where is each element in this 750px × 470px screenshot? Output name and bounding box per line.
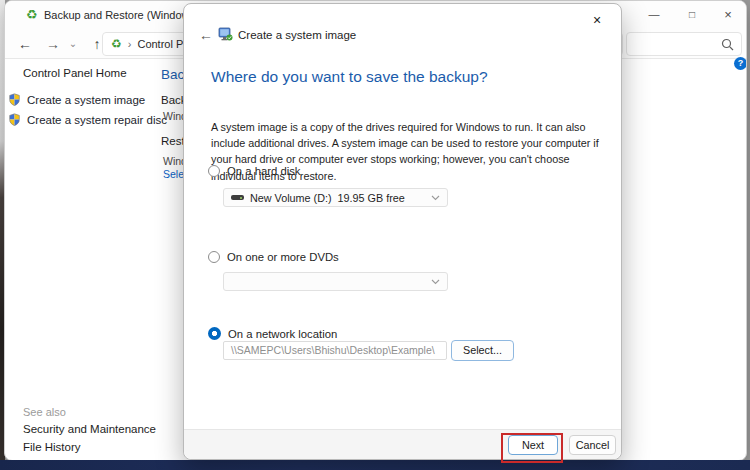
radio-on-one-or-more-dvds[interactable]: On one or more DVDs [208,251,339,263]
dialog-heading: Where do you want to save the backup? [211,68,488,86]
radio-label: On a network location [228,328,337,340]
sidebar-item-file-history[interactable]: File History [23,441,81,453]
see-also-heading: See also [23,406,66,418]
recent-pages-chevron-icon[interactable]: ⌄ [65,37,81,53]
cancel-button[interactable]: Cancel [569,435,616,455]
sidebar-item-label: Create a system repair disc [27,114,167,126]
sidebar-item-create-system-image[interactable]: Create a system image [8,93,145,106]
dvd-dropdown[interactable] [223,272,448,291]
screenshot-root: { "titlebar": { "title": "Backup and Res… [0,0,750,470]
hard-disk-dropdown[interactable]: New Volume (D:) 19.95 GB free [223,188,448,207]
radio-circle-selected-icon[interactable] [208,327,221,340]
sidebar-item-control-panel-home[interactable]: Control Panel Home [23,67,127,79]
network-path-input[interactable]: \\SAMEPC\Users\Bhishu\Desktop\Example\ [223,341,447,360]
radio-on-a-network-location[interactable]: On a network location [208,327,337,340]
search-icon [721,38,734,51]
hard-drive-icon [231,195,244,200]
sidebar-item-security-and-maintenance[interactable]: Security and Maintenance [23,423,156,435]
radio-on-a-hard-disk[interactable]: On a hard disk [208,165,300,177]
create-system-image-dialog: × ← Create a system image Where do you w… [183,3,622,460]
chevron-down-icon [431,279,440,285]
search-input[interactable] [626,32,742,56]
backup-restore-app-icon: ♻ [24,7,39,22]
forward-button[interactable]: → [41,33,65,55]
radio-circle-icon[interactable] [208,251,220,263]
chevron-down-icon [431,195,440,201]
red-highlight-annotation [501,433,563,463]
maximize-button[interactable]: □ [676,3,708,26]
system-image-icon [218,27,233,42]
sidebar-item-create-system-repair-disc[interactable]: Create a system repair disc [8,113,167,126]
sidebar-item-label: Create a system image [27,94,145,106]
uac-shield-icon [8,93,21,106]
hard-disk-dropdown-value: New Volume (D:) 19.95 GB free [250,192,425,204]
radio-label: On one or more DVDs [227,251,339,263]
close-button[interactable]: × [712,3,744,26]
select-button[interactable]: Select... [451,340,514,361]
uac-shield-icon [8,113,21,126]
dialog-close-icon[interactable]: × [586,10,608,30]
back-button[interactable]: ← [13,33,37,55]
dialog-back-button[interactable]: ← [195,26,217,44]
radio-circle-icon[interactable] [208,165,220,177]
breadcrumb-separator: › [128,38,132,50]
radio-label: On a hard disk [227,165,300,177]
taskbar-strip [0,460,750,470]
minimize-button[interactable]: — [638,3,670,26]
dialog-title: Create a system image [238,29,356,41]
help-icon[interactable]: ? [734,57,747,70]
breadcrumb-app-icon: ♻ [111,38,122,50]
